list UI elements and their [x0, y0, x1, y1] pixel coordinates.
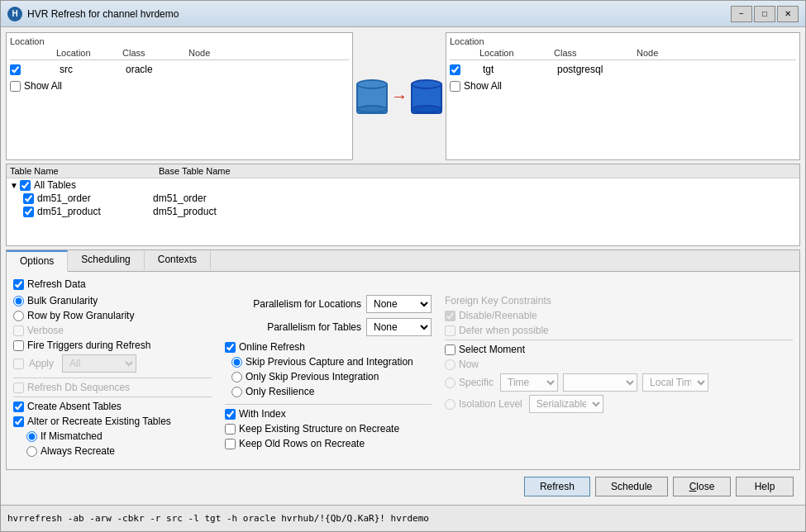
parallelism-tables-label: Parallelism for Tables [225, 321, 361, 333]
if-mismatched-radio[interactable] [26, 431, 37, 442]
select-moment-row: Select Moment [445, 344, 793, 355]
isolation-level-label: Isolation Level [459, 398, 522, 410]
arrow-icon: → [391, 87, 408, 106]
if-mismatched-row: If Mismatched [26, 430, 212, 442]
all-tables-checkbox[interactable] [20, 180, 31, 191]
table-row[interactable]: dm51_order dm51_order [20, 192, 799, 205]
right-location-box: Location Location Class Node tgt postgre… [446, 32, 800, 160]
apply-select[interactable]: All [62, 354, 136, 373]
online-refresh-checkbox[interactable] [225, 342, 236, 353]
options-col1: Bulk Granularity Row by Row Granularity … [13, 295, 212, 469]
left-location-label: Location [10, 36, 349, 46]
table-panel: Table Name Base Table Name ▼ All Tables … [6, 164, 800, 246]
maximize-button[interactable]: □ [754, 6, 775, 22]
disable-reenable-checkbox[interactable] [445, 311, 455, 321]
alter-or-recreate-label: Alter or Recreate Existing Tables [27, 416, 171, 427]
all-tables-label: All Tables [34, 179, 76, 191]
apply-label: Apply [29, 358, 54, 369]
with-index-label: With Index [239, 408, 286, 420]
tab-bar: Options Scheduling Contexts [7, 250, 799, 272]
refresh-db-sequences-label: Refresh Db Sequences [27, 382, 130, 393]
right-show-all-checkbox[interactable] [450, 81, 460, 92]
keep-existing-structure-checkbox[interactable] [225, 424, 236, 435]
keep-old-rows-row: Keep Old Rows on Recreate [225, 438, 432, 449]
left-src-checkbox[interactable] [10, 64, 21, 75]
parallelism-locations-select[interactable]: None [366, 295, 432, 313]
skip-capture-integration-radio[interactable] [231, 357, 242, 368]
button-row: Refresh Schedule Close Help [6, 473, 800, 500]
only-resilience-radio[interactable] [231, 387, 242, 397]
dm51-product-checkbox[interactable] [23, 207, 34, 217]
defer-when-possible-checkbox[interactable] [445, 325, 455, 336]
serializable-select[interactable]: Serializable [529, 395, 603, 413]
local-time-select[interactable]: Local Time [642, 373, 708, 392]
options-col2: Parallelism for Locations None Paralleli… [225, 295, 432, 469]
right-location-header: Location Class Node [450, 48, 796, 60]
dm51-order-checkbox[interactable] [23, 193, 34, 204]
tree-expand-icon: ▼ [10, 181, 18, 190]
time-value-select[interactable] [563, 373, 637, 392]
options-col3: Foreign Key Constraints Disable/Reenable… [445, 295, 793, 469]
refresh-data-checkbox[interactable] [13, 279, 24, 290]
tab-options[interactable]: Options [7, 250, 68, 272]
parallelism-tables-select[interactable]: None [366, 318, 432, 336]
now-radio[interactable] [445, 359, 455, 370]
skip-capture-integration-label: Skip Previous Capture and Integration [246, 356, 413, 368]
close-window-button[interactable]: ✕ [777, 6, 799, 22]
dm51-order-base: dm51_order [153, 192, 207, 204]
help-button[interactable]: Help [736, 477, 794, 496]
specific-label: Specific [459, 377, 494, 388]
skip-capture-integration-row: Skip Previous Capture and Integration [231, 356, 432, 368]
fire-triggers-row: Fire Triggers during Refresh [13, 340, 212, 351]
refresh-button[interactable]: Refresh [524, 477, 590, 496]
close-underline: Close [689, 481, 715, 492]
close-button[interactable]: Close [673, 477, 731, 496]
tab-contexts[interactable]: Contexts [145, 250, 211, 271]
left-show-all-checkbox[interactable] [10, 81, 21, 92]
tgt-cyl-bottom [411, 105, 442, 113]
online-refresh-row: Online Refresh [225, 341, 432, 353]
bulk-granularity-label: Bulk Granularity [27, 295, 98, 306]
only-resilience-label: Only Resilience [246, 386, 314, 397]
table-row[interactable]: dm51_product dm51_product [20, 205, 799, 218]
schedule-button[interactable]: Schedule [595, 477, 668, 496]
target-db-icon [411, 79, 442, 114]
left-src-class-val: oracle [126, 64, 192, 75]
left-location-row: src oracle [10, 62, 349, 77]
keep-old-rows-checkbox[interactable] [225, 439, 236, 449]
specific-radio[interactable] [445, 378, 455, 388]
time-select[interactable]: Time [500, 373, 558, 392]
alter-or-recreate-checkbox[interactable] [13, 416, 24, 427]
left-col-location [10, 48, 56, 58]
now-row: Now [445, 359, 793, 370]
defer-when-possible-label: Defer when possible [459, 325, 549, 336]
with-index-checkbox[interactable] [225, 409, 236, 420]
minimize-button[interactable]: − [731, 6, 752, 22]
window-controls: − □ ✕ [731, 6, 799, 22]
source-db-icon [356, 79, 388, 114]
apply-row: Apply All [13, 354, 212, 373]
isolation-radio[interactable] [445, 399, 455, 410]
row-granularity-radio[interactable] [13, 311, 24, 321]
only-skip-integration-label: Only Skip Previous Integration [246, 371, 379, 382]
keep-existing-structure-row: Keep Existing Structure on Recreate [225, 423, 432, 435]
create-absent-row: Create Absent Tables [13, 401, 212, 412]
left-location-box: Location Location Class Node src oracle [6, 32, 353, 160]
always-recreate-radio[interactable] [26, 446, 37, 457]
apply-checkbox[interactable] [13, 359, 24, 369]
right-tgt-checkbox[interactable] [450, 64, 460, 75]
tab-scheduling[interactable]: Scheduling [68, 250, 144, 271]
fire-triggers-checkbox[interactable] [13, 340, 24, 351]
only-skip-integration-radio[interactable] [231, 372, 242, 382]
select-moment-checkbox[interactable] [445, 344, 455, 355]
verbose-checkbox[interactable] [13, 325, 24, 336]
create-absent-checkbox[interactable] [13, 401, 24, 412]
parallelism-tables-row: Parallelism for Tables None [225, 318, 432, 336]
content-area: Location Location Class Node src oracle [1, 27, 805, 505]
right-show-all-label: Show All [464, 80, 502, 92]
row-granularity-label: Row by Row Granularity [27, 310, 134, 321]
row-granularity-row: Row by Row Granularity [13, 310, 212, 321]
refresh-db-sequences-checkbox[interactable] [13, 382, 24, 393]
bulk-granularity-radio[interactable] [13, 296, 24, 306]
table-row[interactable]: ▼ All Tables [7, 178, 799, 192]
